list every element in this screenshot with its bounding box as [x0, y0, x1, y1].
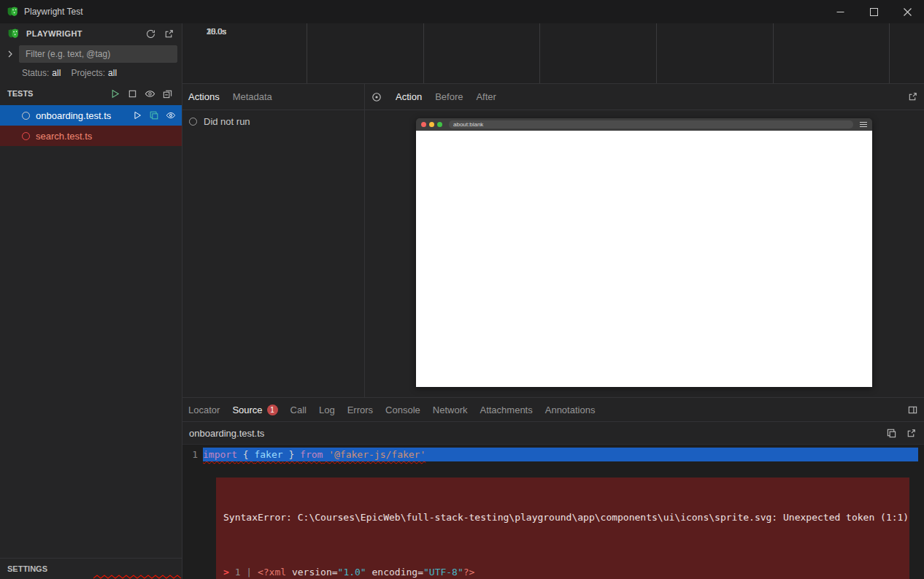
tab-actions[interactable]: Actions: [188, 91, 220, 102]
snapshot-panel: Action Before After: [365, 84, 924, 397]
test-failed-circle-icon: [22, 132, 30, 140]
error-squiggle-decoration: [93, 575, 182, 579]
status-label: Status:: [22, 68, 49, 78]
maximize-button[interactable]: [857, 0, 890, 23]
toggle-layout-icon[interactable]: [907, 404, 918, 415]
traffic-light-minimize-icon: [429, 122, 434, 127]
tab-call[interactable]: Call: [290, 404, 307, 415]
filter-status-line: Status: all Projects: all: [0, 64, 182, 82]
sidebar-header: PLAYWRIGHT: [0, 23, 182, 44]
playwright-logo-icon: [7, 6, 18, 18]
filter-input[interactable]: [19, 45, 177, 63]
run-all-icon[interactable]: [109, 88, 120, 99]
show-source-icon[interactable]: [149, 110, 159, 120]
source-code-line-1: 1 import { faker } from '@faker-js/faker…: [182, 448, 924, 461]
playwright-logo-icon: [7, 28, 19, 39]
run-test-icon[interactable]: [132, 110, 142, 120]
watch-all-eye-icon[interactable]: [145, 88, 155, 99]
tests-section-header: TESTS: [0, 82, 182, 105]
sidebar-title: PLAYWRIGHT: [26, 29, 138, 38]
traffic-light-close-icon: [421, 122, 426, 127]
open-external-window-icon[interactable]: [163, 28, 174, 39]
reload-icon[interactable]: [145, 28, 156, 39]
snapshot-panel-tabs: Action Before After: [365, 84, 924, 110]
tab-attachments[interactable]: Attachments: [480, 404, 532, 415]
action-list-item-did-not-run[interactable]: Did not run: [182, 110, 364, 132]
test-name: search.test.ts: [36, 131, 176, 142]
window-title: Playwright Test: [24, 7, 82, 17]
tests-header-label: TESTS: [7, 89, 109, 98]
playwright-ui-window: Playwright Test: [0, 0, 924, 579]
filter-section: [0, 44, 182, 64]
main-area: 5.0s 10.0s 15.0s 20.0s 25.0s 30.0s Actio…: [182, 23, 924, 579]
actions-panel: Actions Metadata Did not run: [182, 84, 365, 397]
timeline-gridline: [656, 23, 657, 83]
details-panel-tabs: Locator Source 1 Call Log Errors Console…: [182, 398, 924, 422]
source-code-viewer: 1 import { faker } from '@faker-js/faker…: [182, 445, 924, 579]
close-button[interactable]: [890, 0, 924, 23]
watch-test-eye-icon[interactable]: [166, 110, 176, 120]
window-controls: [823, 0, 924, 23]
tab-annotations[interactable]: Annotations: [545, 404, 596, 415]
tab-metadata[interactable]: Metadata: [233, 91, 272, 102]
test-name: onboarding.test.ts: [36, 110, 126, 121]
stop-icon[interactable]: [127, 88, 138, 99]
tab-source[interactable]: Source 1: [232, 404, 277, 415]
status-value[interactable]: all: [52, 68, 61, 78]
tab-before[interactable]: Before: [435, 91, 463, 102]
copy-file-path-icon[interactable]: [886, 428, 897, 439]
timeline-gridline: [307, 23, 307, 83]
error-frame-line: > 1 | <?xml version="1.0" encoding="UTF-…: [223, 565, 902, 579]
projects-label: Projects:: [71, 68, 105, 78]
tab-console[interactable]: Console: [385, 404, 420, 415]
settings-label: SETTINGS: [7, 564, 47, 573]
tab-network[interactable]: Network: [433, 404, 468, 415]
browser-menu-icon: [860, 122, 867, 127]
tab-log[interactable]: Log: [319, 404, 335, 415]
source-code-text: import { faker } from '@faker-js/faker': [203, 448, 918, 461]
actions-panel-tabs: Actions Metadata: [182, 84, 364, 110]
timeline-gridline: [423, 23, 424, 83]
snapshot-body: about:blank: [365, 110, 924, 397]
tab-after[interactable]: After: [476, 91, 496, 102]
browser-snapshot-frame: about:blank: [416, 118, 872, 387]
tab-action[interactable]: Action: [396, 91, 422, 102]
chevron-right-icon[interactable]: [6, 50, 15, 58]
minimize-button[interactable]: [823, 0, 857, 23]
timeline-gridline: [889, 23, 890, 83]
browser-chrome-bar: about:blank: [416, 118, 872, 131]
traffic-light-zoom-icon: [437, 122, 442, 127]
syntax-error-block: SyntaxError: C:\Courses\EpicWeb\full-sta…: [216, 478, 909, 579]
collapse-all-icon[interactable]: [162, 88, 173, 99]
tab-locator[interactable]: Locator: [188, 404, 220, 415]
syntax-error-message: SyntaxError: C:\Courses\EpicWeb\full-sta…: [223, 511, 902, 524]
source-file-name: onboarding.test.ts: [189, 428, 886, 439]
middle-panels: Actions Metadata Did not run Action: [182, 84, 924, 398]
timeline-gridline: [773, 23, 774, 83]
pick-locator-target-icon[interactable]: [371, 91, 382, 103]
details-panel: Locator Source 1 Call Log Errors Console…: [182, 398, 924, 579]
status-circle-icon: [189, 118, 197, 126]
source-error-count-badge: 1: [267, 404, 278, 415]
test-item-onboarding[interactable]: onboarding.test.ts: [0, 105, 182, 126]
source-file-header: onboarding.test.ts: [182, 422, 924, 445]
did-not-run-label: Did not run: [204, 116, 250, 127]
open-snapshot-external-icon[interactable]: [907, 91, 918, 102]
test-item-search[interactable]: search.test.ts: [0, 126, 182, 146]
browser-address-bar: about:blank: [449, 120, 853, 129]
tab-errors[interactable]: Errors: [347, 404, 373, 415]
line-number: 1: [182, 448, 203, 461]
timeline-strip[interactable]: 5.0s 10.0s 15.0s 20.0s 25.0s 30.0s: [182, 23, 924, 84]
browser-page-content: [416, 131, 872, 387]
open-file-external-icon[interactable]: [906, 428, 917, 439]
projects-value[interactable]: all: [108, 68, 117, 78]
sidebar: PLAYWRIGHT Status: all: [0, 23, 182, 579]
timeline-tick-label: 30.0s: [182, 27, 226, 36]
titlebar: Playwright Test: [0, 0, 924, 23]
test-status-circle-icon: [22, 112, 30, 120]
timeline-gridline: [539, 23, 540, 83]
